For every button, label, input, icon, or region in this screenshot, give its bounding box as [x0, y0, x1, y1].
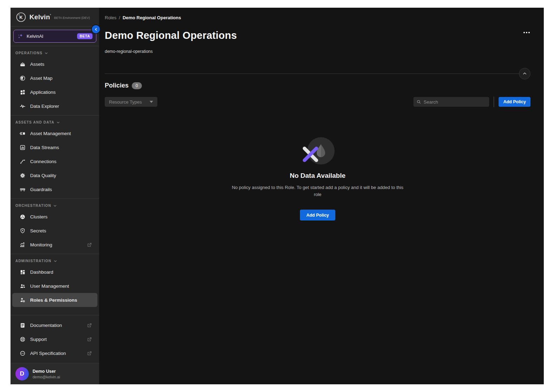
shield-icon	[19, 228, 26, 234]
sidebar-item-connections[interactable]: Connections	[12, 154, 97, 168]
policies-heading: Policies	[105, 82, 129, 89]
sidebar-item-applications[interactable]: Applications	[12, 85, 97, 99]
breadcrumb: Roles / Demo Regional Operations	[105, 15, 530, 20]
add-policy-button[interactable]: Add Policy	[499, 97, 530, 107]
waveform-icon	[19, 103, 26, 109]
section-label: ORCHESTRATION	[15, 204, 51, 208]
divider-line	[105, 74, 520, 74]
sidebar-item-label: Assets	[30, 62, 92, 67]
avatar: D	[15, 367, 29, 380]
dashboard-icon	[19, 269, 26, 275]
search-box[interactable]	[413, 97, 489, 107]
title-row: Demo Regional Operations	[105, 30, 530, 41]
external-links-group: Documentation Support API Specification	[11, 315, 99, 363]
page-title: Demo Regional Operations	[105, 30, 237, 41]
sidebar-item-data-explorer[interactable]: Data Explorer	[12, 99, 97, 113]
section-administration: ADMINISTRATION Dashboard User Management…	[11, 254, 99, 309]
sidebar-item-user-management[interactable]: User Management	[12, 279, 97, 293]
sidebar-item-label: Asset Management	[30, 131, 92, 136]
policies-toolbar: Resource Types Add Policy	[105, 97, 530, 107]
chevron-down-icon	[44, 51, 48, 55]
external-link-icon	[86, 337, 92, 342]
brand-header: K Kelvin˚ BETA Environment (DEV)	[11, 8, 99, 27]
breadcrumb-roles-link[interactable]: Roles	[105, 15, 116, 20]
external-link-icon	[86, 351, 92, 356]
beta-badge: BETA	[77, 33, 92, 39]
more-options-button[interactable]	[523, 30, 530, 35]
chevron-left-icon	[94, 28, 98, 31]
guardrail-icon	[19, 187, 26, 192]
app-grid-icon	[19, 89, 26, 95]
no-data-icon	[301, 137, 335, 164]
route-icon	[19, 159, 26, 164]
section-header-orchestration[interactable]: ORCHESTRATION	[11, 200, 99, 210]
sidebar-collapse-button[interactable]	[92, 25, 100, 33]
chevron-up-icon	[522, 71, 527, 76]
bar-chart-icon	[19, 145, 26, 150]
sidebar-item-roles-permissions[interactable]: Roles & Permissions	[12, 293, 97, 307]
sidebar-item-monitoring[interactable]: Monitoring	[12, 238, 97, 252]
user-name: Demo User	[33, 369, 60, 374]
header-divider	[105, 68, 530, 79]
document-icon	[19, 322, 26, 328]
sidebar-item-label: Applications	[30, 90, 92, 95]
sidebar-item-dashboard[interactable]: Dashboard	[12, 265, 97, 279]
search-input[interactable]	[424, 99, 486, 105]
user-profile[interactable]: D Demo User demo@kelvin.ai	[11, 363, 99, 384]
breadcrumb-separator: /	[119, 15, 120, 20]
globe-icon	[19, 75, 26, 81]
sidebar-item-label: Secrets	[30, 228, 92, 233]
factory-icon	[19, 61, 26, 67]
sidebar-item-guardrails[interactable]: Guardrails	[12, 182, 97, 196]
sidebar-item-assets[interactable]: Assets	[12, 57, 97, 71]
breadcrumb-current: Demo Regional Operations	[123, 15, 181, 20]
sidebar-item-label: KelvinAI	[27, 34, 74, 39]
kelvin-logo-icon: K	[15, 12, 27, 23]
sidebar-item-asset-map[interactable]: Asset Map	[12, 71, 97, 85]
role-slug: demo-regional-operations	[105, 49, 530, 54]
brand-name: Kelvin˚	[29, 13, 51, 21]
sidebar-item-label: Data Streams	[30, 145, 92, 150]
more-options-icon	[523, 32, 525, 33]
svg-text:K: K	[19, 15, 23, 20]
sidebar-item-api-specification[interactable]: API Specification	[12, 346, 97, 360]
sidebar-item-label: Guardrails	[30, 187, 92, 192]
section-label: ADMINISTRATION	[15, 259, 52, 263]
collapse-section-button[interactable]	[519, 68, 530, 79]
section-label: ASSETS AND DATA	[15, 120, 54, 124]
sidebar-item-label: Roles & Permissions	[30, 298, 92, 303]
sidebar-item-label: Data Quality	[30, 173, 92, 178]
section-label: OPERATIONS	[15, 51, 42, 55]
sidebar-item-asset-management[interactable]: Asset Management	[12, 126, 97, 140]
policies-count-badge: 0	[132, 82, 142, 89]
role-gear-icon	[19, 297, 26, 303]
sidebar-item-label: Dashboard	[30, 270, 92, 275]
section-header-operations[interactable]: OPERATIONS	[11, 48, 99, 57]
section-header-administration[interactable]: ADMINISTRATION	[11, 255, 99, 265]
resource-types-label: Resource Types	[109, 99, 142, 105]
section-header-assets-and-data[interactable]: ASSETS AND DATA	[11, 117, 99, 126]
resource-types-dropdown[interactable]: Resource Types	[105, 97, 157, 107]
chevron-down-icon	[56, 121, 60, 124]
brand-mark: ˚	[50, 14, 51, 17]
sidebar-item-kelvinai[interactable]: KelvinAI BETA	[13, 30, 96, 43]
external-link-icon	[86, 242, 92, 247]
sidebar-item-label: API Specification	[30, 351, 82, 356]
sidebar-item-data-quality[interactable]: Data Quality	[12, 168, 97, 182]
caret-down-icon	[150, 101, 153, 103]
sidebar-item-label: Documentation	[30, 323, 82, 328]
external-link-icon	[86, 323, 92, 328]
empty-state: No Data Available No policy assigned to …	[105, 137, 530, 220]
sidebar-item-clusters[interactable]: Clusters	[12, 210, 97, 224]
sidebar-item-support[interactable]: Support	[12, 332, 97, 346]
empty-state-description: No policy assigned to this Role. To get …	[230, 184, 405, 198]
sidebar-item-secrets[interactable]: Secrets	[12, 224, 97, 238]
sidebar-item-label: Connections	[30, 159, 92, 164]
sparkles-icon	[17, 33, 23, 39]
sidebar-item-data-streams[interactable]: Data Streams	[12, 140, 97, 154]
empty-state-add-policy-button[interactable]: Add Policy	[300, 210, 335, 220]
app-window: K Kelvin˚ BETA Environment (DEV) KelvinA…	[11, 8, 544, 384]
sidebar-item-documentation[interactable]: Documentation	[12, 318, 97, 332]
sidebar-item-label: User Management	[30, 284, 92, 289]
toolbar-divider	[494, 97, 494, 107]
